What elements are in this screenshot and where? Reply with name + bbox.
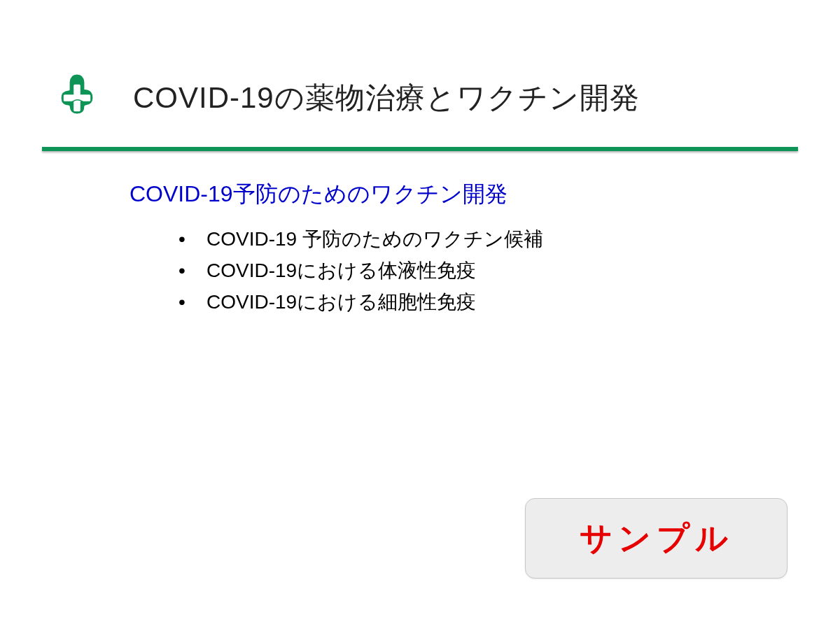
slide-header: COVID-19の薬物治療とワクチン開発 xyxy=(0,0,840,147)
section-heading: COVID-19予防のためのワクチン開発 xyxy=(130,179,798,210)
list-item: COVID-19における体液性免疫 xyxy=(178,255,798,287)
slide-title: COVID-19の薬物治療とワクチン開発 xyxy=(133,78,640,118)
medical-plus-icon xyxy=(49,70,105,126)
slide-content: COVID-19予防のためのワクチン開発 COVID-19 予防のためのワクチン… xyxy=(0,151,840,318)
sample-watermark-badge: サンプル xyxy=(525,498,788,579)
bullet-list: COVID-19 予防のためのワクチン候補 COVID-19における体液性免疫 … xyxy=(130,224,798,318)
list-item: COVID-19 予防のためのワクチン候補 xyxy=(178,224,798,255)
list-item: COVID-19における細胞性免疫 xyxy=(178,287,798,318)
